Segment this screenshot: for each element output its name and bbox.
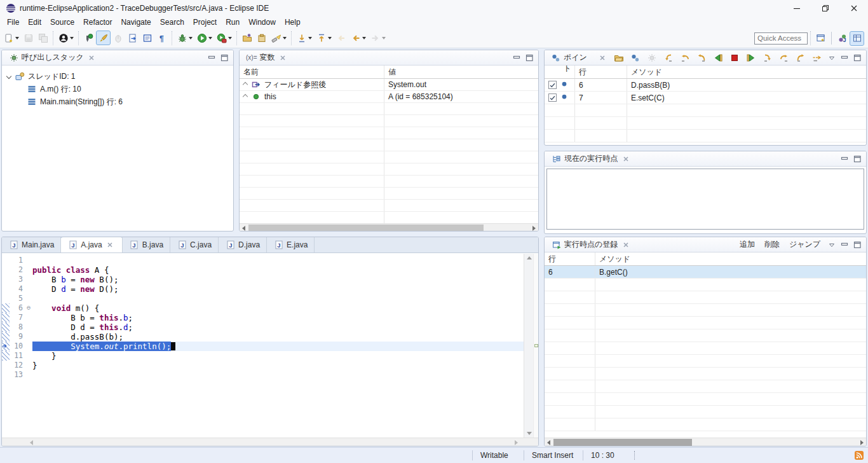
- empty-row[interactable]: [240, 163, 538, 176]
- step-return-button[interactable]: [794, 51, 807, 64]
- minimize-panel-icon[interactable]: [511, 52, 522, 63]
- variables-header[interactable]: 名前 値: [240, 66, 538, 79]
- save-button[interactable]: [22, 31, 35, 45]
- breakpoints-header[interactable]: 行 メソッド: [545, 66, 866, 79]
- brush-trace-button[interactable]: [97, 31, 110, 45]
- code-line[interactable]: 5: [2, 294, 524, 303]
- breakpoint-checkbox[interactable]: [548, 93, 557, 102]
- overview-ruler[interactable]: [533, 254, 538, 438]
- empty-row[interactable]: [545, 130, 866, 142]
- step-back-return-button[interactable]: [695, 51, 708, 64]
- variables-hscrollbar[interactable]: [240, 223, 538, 232]
- scroll-left-arrow-icon[interactable]: [240, 224, 248, 232]
- empty-row[interactable]: [545, 304, 866, 317]
- empty-row[interactable]: [545, 406, 866, 418]
- p-min-icon[interactable]: [839, 52, 850, 63]
- scrollbar-thumb[interactable]: [553, 439, 692, 446]
- editor-tab-C.java[interactable]: JC.java: [170, 237, 219, 252]
- scroll-right-arrow-icon[interactable]: [530, 224, 538, 232]
- minimize-window-button[interactable]: [782, 0, 811, 17]
- next-annotation-button[interactable]: [295, 31, 313, 45]
- stack-frame-item[interactable]: Main.main(String[]) 行: 6: [2, 95, 233, 108]
- menu-project[interactable]: Project: [189, 17, 221, 27]
- registration-header[interactable]: 行 メソッド: [545, 252, 866, 266]
- menu-source[interactable]: Source: [46, 17, 79, 27]
- pilcrow-button[interactable]: ¶: [155, 31, 168, 45]
- empty-row[interactable]: [545, 117, 866, 130]
- menu-window[interactable]: Window: [244, 17, 280, 27]
- empty-row[interactable]: [545, 342, 866, 355]
- code-line[interactable]: 3 B b = new B();: [2, 275, 524, 284]
- menu-search[interactable]: Search: [156, 17, 189, 27]
- close-window-button[interactable]: [839, 0, 868, 17]
- p-min-icon[interactable]: [839, 239, 850, 250]
- view-menu-icon[interactable]: [826, 52, 837, 63]
- resume-backward-button[interactable]: [711, 51, 724, 64]
- menu-refactor[interactable]: Refactor: [79, 17, 116, 27]
- code-line[interactable]: 1: [2, 256, 524, 265]
- user-profile-dropdown-icon[interactable]: [70, 37, 74, 39]
- empty-row[interactable]: [545, 317, 866, 329]
- menu-edit[interactable]: Edit: [24, 17, 46, 27]
- new-wizard-dropdown-icon[interactable]: [15, 37, 19, 39]
- empty-row[interactable]: [545, 279, 866, 291]
- scroll-up-arrow-icon[interactable]: [525, 254, 533, 262]
- code-line[interactable]: 4 D d = new D();: [2, 284, 524, 294]
- scrollbar-thumb[interactable]: [248, 225, 484, 232]
- empty-row[interactable]: [240, 151, 538, 163]
- resume-forward-button[interactable]: [744, 51, 757, 64]
- breakpoint-checkbox[interactable]: [548, 81, 557, 89]
- run-dropdown-icon[interactable]: [208, 37, 212, 39]
- variable-row[interactable]: thisA (id = 685325104): [240, 91, 538, 103]
- code-line[interactable]: 6⊖ void m() {: [2, 303, 524, 313]
- run-to-line-button[interactable]: [810, 51, 824, 64]
- editor-vscrollbar[interactable]: [524, 254, 533, 438]
- close-tab-icon[interactable]: [105, 240, 116, 251]
- editor-tab-E.java[interactable]: JE.java: [267, 237, 315, 252]
- tab-registration[interactable]: 実行時点の登録: [547, 237, 635, 252]
- empty-row[interactable]: [240, 200, 538, 212]
- minimize-panel-icon[interactable]: [206, 52, 217, 63]
- view-menu-icon[interactable]: [826, 239, 837, 250]
- empty-row[interactable]: [545, 380, 866, 393]
- thread-node[interactable]: スレッドID: 1: [2, 70, 233, 83]
- empty-row[interactable]: [545, 368, 866, 380]
- scroll-right-arrow-icon[interactable]: [858, 438, 866, 446]
- tab-variables[interactable]: (x)= 変数: [242, 50, 292, 65]
- menu-navigate[interactable]: Navigate: [116, 17, 155, 27]
- empty-row[interactable]: [240, 115, 538, 127]
- pin-trace-button[interactable]: [82, 31, 95, 45]
- editor-tab-B.java[interactable]: JB.java: [123, 237, 170, 252]
- expand-chevron-icon[interactable]: [243, 94, 248, 99]
- open-folder-button[interactable]: [612, 51, 625, 64]
- empty-row[interactable]: [240, 103, 538, 115]
- action-ジャンプ[interactable]: ジャンプ: [785, 239, 824, 250]
- maximize-panel-icon[interactable]: [219, 52, 229, 63]
- registration-row[interactable]: 6B.getC(): [545, 266, 866, 279]
- current-point-content[interactable]: [546, 169, 864, 230]
- empty-row[interactable]: [545, 104, 866, 117]
- cursor-position-status[interactable]: 10 : 30: [583, 448, 628, 463]
- empty-row[interactable]: [545, 418, 866, 431]
- editor-tab-A.java[interactable]: JA.java: [61, 237, 122, 252]
- p-max-icon[interactable]: [851, 239, 862, 250]
- close-tab-icon[interactable]: [278, 52, 288, 63]
- maximize-panel-icon[interactable]: [524, 52, 534, 63]
- open-resource-button[interactable]: [255, 31, 268, 45]
- scroll-down-arrow-icon[interactable]: [525, 429, 533, 438]
- news-feed-icon[interactable]: [853, 450, 864, 461]
- restore-window-button[interactable]: [811, 0, 839, 17]
- run-external-button[interactable]: [215, 31, 233, 45]
- menu-file[interactable]: File: [3, 17, 24, 27]
- step-over-button[interactable]: [777, 51, 790, 64]
- breakpoint-row[interactable]: 6D.passB(B): [545, 79, 866, 92]
- breakpoint-pair-button[interactable]: [628, 51, 642, 64]
- minimize-panel-icon[interactable]: [839, 153, 850, 164]
- save-all-button[interactable]: [36, 31, 50, 45]
- variable-row[interactable]: フィールド参照後System.out: [240, 79, 538, 91]
- close-tab-icon[interactable]: [620, 239, 631, 250]
- open-type-button[interactable]: [240, 31, 254, 45]
- code-line[interactable]: 10 System.out.println();: [2, 342, 524, 351]
- run-external-dropdown-icon[interactable]: [228, 37, 232, 39]
- run-button[interactable]: [195, 31, 214, 45]
